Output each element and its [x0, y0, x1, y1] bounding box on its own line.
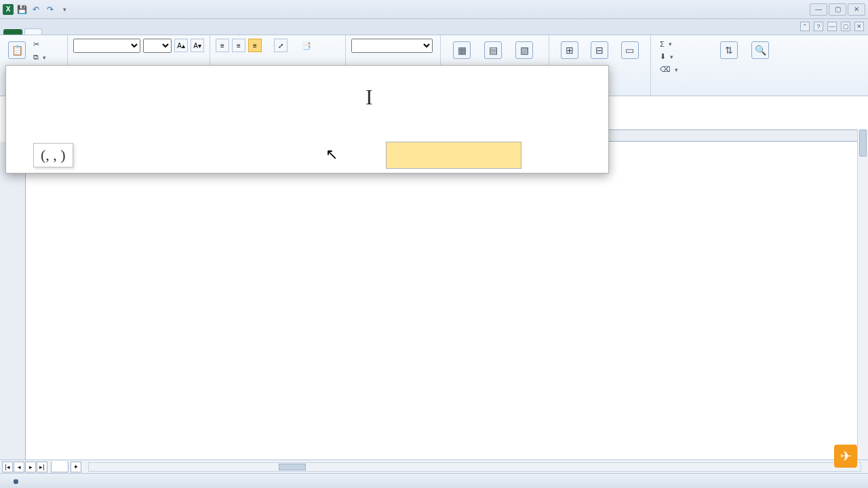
autosum-button[interactable]: Σ▾ [656, 38, 713, 50]
find-icon: 🔍 [751, 41, 769, 59]
tab-insert[interactable] [42, 29, 58, 35]
eraser-icon: ⌫ [660, 65, 671, 74]
find-select-button[interactable]: 🔍 [745, 38, 776, 83]
sheet-nav-next-icon[interactable]: ▸ [25, 462, 36, 472]
align-top-icon[interactable]: ≡ [216, 39, 229, 52]
horizontal-scrollbar[interactable] [88, 462, 861, 472]
hscroll-thumb[interactable] [279, 464, 306, 470]
scrollbar-thumb[interactable] [859, 129, 867, 157]
restore-button[interactable]: ▢ [829, 3, 846, 16]
logo-plane-icon: ✈ [834, 445, 857, 468]
tab-review[interactable] [107, 29, 123, 35]
paste-icon: 📋 [8, 41, 26, 59]
quick-access-toolbar: X 💾 ↶ ↷ ▾ [3, 3, 71, 16]
status-bar: ⏺ [0, 473, 868, 488]
sort-icon: ⇅ [720, 41, 738, 59]
clear-button[interactable]: ⌫▾ [656, 63, 713, 76]
undo-icon[interactable]: ↶ [30, 3, 42, 16]
macro-record-icon[interactable]: ⏺ [12, 477, 20, 485]
format-cells-icon: ▭ [621, 41, 639, 59]
decrease-font-icon[interactable]: A▾ [191, 39, 204, 52]
sheet-nav-last-icon[interactable]: ▸| [37, 462, 47, 472]
number-format-select[interactable] [351, 39, 433, 53]
cells-region[interactable] [26, 142, 857, 473]
function-tooltip: (, , ) [33, 143, 73, 167]
copy-icon: ⧉ [33, 53, 39, 62]
format-cells-button[interactable]: ▭ [615, 38, 645, 83]
sigma-icon: Σ [660, 40, 665, 48]
font-name-select[interactable] [73, 39, 140, 53]
wb-minimize-icon[interactable]: — [827, 22, 837, 31]
titlebar: X 💾 ↶ ↷ ▾ — ▢ ✕ [0, 0, 868, 19]
help-icon[interactable]: ? [814, 22, 823, 31]
align-bottom-icon[interactable]: ≡ [248, 39, 262, 52]
ribbon-minimize-icon[interactable]: ⌃ [800, 22, 810, 31]
orientation-icon[interactable]: ⤢ [274, 39, 288, 52]
sheet-nav-first-icon[interactable]: |◂ [2, 462, 13, 472]
tab-formulas[interactable] [75, 29, 91, 35]
font-size-select[interactable] [143, 39, 172, 53]
new-sheet-icon[interactable]: ✦ [71, 462, 81, 472]
tab-view[interactable] [123, 29, 140, 35]
table-icon: ▤ [484, 41, 502, 59]
insert-cells-icon: ⊞ [561, 41, 578, 59]
save-icon[interactable]: 💾 [16, 3, 28, 16]
wb-restore-icon[interactable]: ▢ [841, 22, 850, 31]
sheet-nav-prev-icon[interactable]: ◂ [14, 462, 24, 472]
column-f-highlight [386, 142, 521, 169]
scissors-icon: ✂ [33, 40, 39, 49]
text-cursor-icon: I [366, 85, 373, 110]
wrap-text-button[interactable]: 📑 [298, 39, 317, 52]
tab-page-layout[interactable] [58, 29, 75, 35]
formula-bar-expanded[interactable]: I (, , ) [5, 65, 609, 174]
copy-button[interactable]: ⧉▾ [30, 51, 50, 64]
wrap-text-icon: 📑 [302, 41, 311, 50]
conditional-formatting-icon: ▦ [453, 41, 471, 59]
tab-data[interactable] [91, 29, 107, 35]
close-button[interactable]: ✕ [848, 3, 865, 16]
fill-icon: ⬇ [660, 52, 666, 61]
vertical-scrollbar[interactable] [857, 129, 868, 473]
sheet-tab-bar: |◂ ◂ ▸ ▸| ✦ [0, 460, 868, 473]
excel-icon: X [3, 4, 14, 15]
align-middle-icon[interactable]: ≡ [232, 39, 245, 52]
cut-button[interactable]: ✂ [30, 38, 50, 51]
increase-font-icon[interactable]: A▴ [174, 39, 188, 52]
mouse-cursor-icon: ↖ [326, 146, 338, 163]
file-tab[interactable] [3, 29, 22, 35]
qat-dropdown-icon[interactable]: ▾ [58, 3, 71, 16]
exceljet-logo: ✈ [830, 445, 857, 468]
sort-filter-button[interactable]: ⇅ [713, 38, 745, 83]
fill-button[interactable]: ⬇▾ [656, 50, 713, 63]
ribbon-tabs: ⌃ ? — ▢ ✕ [0, 19, 868, 35]
sheet-tab-1[interactable] [51, 461, 68, 472]
redo-icon[interactable]: ↷ [44, 3, 56, 16]
row-headers[interactable] [0, 142, 26, 473]
tab-home[interactable] [24, 28, 42, 35]
delete-cells-icon: ⊟ [591, 41, 608, 59]
cell-styles-icon: ▧ [515, 41, 533, 59]
minimize-button[interactable]: — [810, 3, 827, 16]
wb-close-icon[interactable]: ✕ [854, 22, 864, 31]
